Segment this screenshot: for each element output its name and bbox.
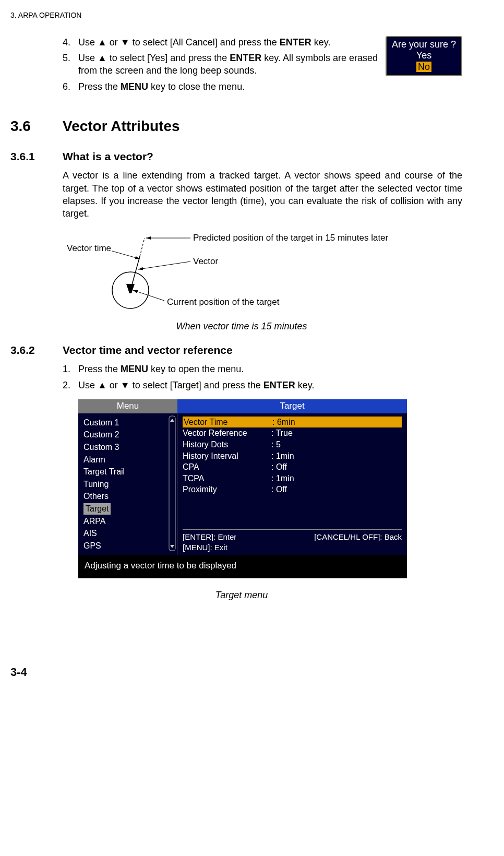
t: or: [107, 380, 121, 390]
menu-key: MENU: [121, 81, 148, 92]
step-text: Use ▲ to select [Yes] and press the ENTE…: [78, 52, 380, 77]
menu-kv-key: TCPA: [183, 473, 271, 484]
hint-cancel: [CANCEL/HL OFF]: Back: [314, 532, 402, 542]
vector-label: Vector: [193, 256, 219, 266]
t: key.: [311, 37, 331, 47]
step-num: 5.: [63, 52, 78, 77]
menu-kv: Vector Time: 6min: [183, 417, 402, 428]
step-4: 4. Use ▲ or ▼ to select [All Cancel] and…: [63, 36, 380, 49]
section-heading: 3.6 Vector Attributes: [10, 116, 473, 136]
svg-marker-10: [170, 545, 174, 548]
vector-time-label: Vector time: [67, 243, 111, 253]
menu-kv: History Interval: 1min: [183, 450, 402, 462]
step-b1: 1. Press the MENU key to open the menu.: [63, 363, 462, 375]
menu-right-panel: Vector Time: 6minVector Reference: TrueH…: [177, 413, 407, 555]
menu-item: Target Trail: [83, 466, 177, 478]
menu-kv-val: : 1min: [271, 473, 294, 484]
menu-kv-key: History Dots: [183, 439, 271, 450]
t: to select [All Cancel] and press the: [130, 37, 280, 47]
menu-item: ARPA: [83, 515, 177, 528]
current-label: Current position of the target: [167, 297, 280, 307]
target-menu-panel: Menu Target Custom 1Custom 2Custom 3Alar…: [78, 399, 407, 578]
t: key.: [295, 380, 315, 390]
subsection-num: 3.6.1: [10, 149, 63, 164]
t: Use: [78, 53, 98, 63]
vector-caption: When vector time is 15 minutes: [10, 320, 473, 332]
menu-caption: Target menu: [10, 589, 473, 601]
menu-left-panel: Custom 1Custom 2Custom 3AlarmTarget Trai…: [78, 413, 177, 555]
vector-paragraph: A vector is a line extending from a trac…: [63, 169, 462, 220]
hint-enter: [ENTER]: Enter: [183, 532, 236, 541]
t: Press the: [78, 364, 121, 374]
dialog-no: No: [416, 62, 431, 72]
subsection-title: Vector time and vector reference: [63, 343, 233, 358]
chapter-header: 3. ARPA OPERATION: [10, 10, 473, 20]
menu-title-right: Target: [177, 399, 407, 413]
dialog-question: Are your sure ?: [392, 39, 456, 51]
menu-kv-val: : 1min: [271, 450, 294, 462]
menu-kv-key: CPA: [183, 461, 271, 473]
menu-item: Custom 3: [83, 441, 177, 454]
section-num: 3.6: [10, 116, 63, 136]
menu-kv: TCPA: 1min: [183, 473, 402, 484]
menu-item: Alarm: [83, 454, 177, 466]
menu-kv-key: Proximity: [183, 484, 271, 495]
enter-key: ENTER: [230, 53, 261, 63]
step-5: 5. Use ▲ to select [Yes] and press the E…: [63, 52, 380, 77]
step-text: Press the MENU key to open the menu.: [78, 363, 462, 375]
subsection-num: 3.6.2: [10, 343, 63, 358]
menu-item: GPS: [83, 540, 177, 552]
menu-item: Target: [83, 503, 177, 515]
t: to select [Yes] and press the: [107, 53, 230, 63]
subsection-heading-2: 3.6.2 Vector time and vector reference: [10, 343, 473, 358]
menu-kv-val: : True: [271, 427, 293, 439]
down-triangle-icon: ▼: [121, 380, 130, 390]
down-triangle-icon: ▼: [121, 37, 130, 47]
svg-marker-3: [126, 284, 135, 293]
menu-kv-val: : 6min: [272, 417, 295, 428]
menu-title-left: Menu: [78, 399, 177, 413]
section-title: Vector Attributes: [63, 116, 180, 136]
vector-diagram: Predicted position of the target in 15 m…: [63, 228, 473, 314]
menu-kv-val: : 5: [271, 439, 281, 450]
subsection-title: What is a vector?: [63, 149, 153, 164]
t: or: [107, 37, 121, 47]
menu-kv: CPA: Off: [183, 461, 402, 473]
svg-line-5: [112, 251, 140, 259]
menu-hints: [ENTER]: Enter [CANCEL/HL OFF]: Back [ME…: [183, 529, 402, 553]
menu-key: MENU: [121, 364, 148, 374]
menu-kv-key: Vector Reference: [183, 427, 271, 439]
svg-line-2: [140, 238, 145, 256]
menu-kv: Vector Reference: True: [183, 427, 402, 439]
svg-rect-8: [169, 416, 175, 551]
menu-tip: Adjusting a vector time to be displayed: [78, 555, 407, 576]
step-num: 6.: [63, 80, 78, 93]
confirm-dialog: Are your sure ? Yes No: [386, 36, 462, 76]
subsection-heading-1: 3.6.1 What is a vector?: [10, 149, 473, 164]
menu-kv-val: : Off: [271, 484, 287, 495]
t: Use: [78, 380, 98, 390]
t: key to open the menu.: [148, 364, 244, 374]
up-triangle-icon: ▲: [98, 37, 107, 47]
menu-kv-key: History Interval: [183, 450, 271, 462]
menu-kv-val: : Off: [271, 461, 287, 473]
menu-item: Tuning: [83, 478, 177, 491]
svg-marker-9: [170, 419, 174, 422]
step-num: 1.: [63, 363, 78, 375]
enter-key: ENTER: [280, 37, 311, 47]
menu-item: Custom 1: [83, 417, 177, 429]
up-triangle-icon: ▲: [98, 380, 107, 390]
step-b2: 2. Use ▲ or ▼ to select [Target] and pre…: [63, 379, 462, 391]
step-num: 2.: [63, 379, 78, 391]
t: to select [Target] and press the: [130, 380, 263, 390]
menu-item: Others: [83, 490, 177, 503]
up-triangle-icon: ▲: [98, 53, 107, 63]
predicted-label: Predicted position of the target in 15 m…: [193, 233, 389, 243]
enter-key: ENTER: [263, 380, 295, 390]
menu-kv-key: Vector Time: [184, 417, 272, 428]
menu-kv: History Dots: 5: [183, 439, 402, 450]
scrollbar: [169, 415, 176, 551]
step-text: Use ▲ or ▼ to select [Target] and press …: [78, 379, 462, 391]
step-6: 6. Press the MENU key to close the menu.: [63, 80, 462, 93]
hint-menu: [MENU]: Exit: [183, 543, 227, 552]
